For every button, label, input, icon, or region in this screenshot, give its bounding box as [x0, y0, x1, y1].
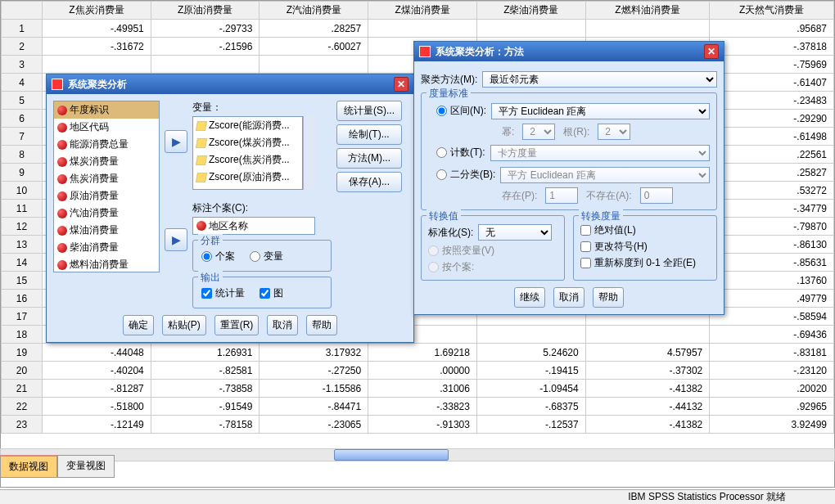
radio-counts[interactable]: 计数(T): — [436, 146, 485, 160]
cell[interactable]: -1.15586 — [260, 380, 368, 398]
help-button[interactable]: 帮助 — [593, 287, 624, 308]
cancel-button[interactable]: 取消 — [553, 287, 584, 308]
cell[interactable]: -.58594 — [710, 308, 834, 326]
cell[interactable]: -.37302 — [585, 362, 710, 380]
list-item[interactable]: Zscore(原油消费... — [193, 169, 302, 186]
cell[interactable]: -.12149 — [43, 416, 151, 434]
scrollbar[interactable] — [303, 116, 315, 190]
row-number[interactable]: 4 — [2, 74, 43, 92]
list-item[interactable]: Zscore(汽油消费... — [193, 186, 302, 190]
case-label-field[interactable]: 地区名称 — [192, 217, 315, 235]
row-number[interactable]: 18 — [2, 326, 43, 344]
cell[interactable]: -.23065 — [260, 416, 368, 434]
row-number[interactable]: 14 — [2, 254, 43, 272]
cell[interactable] — [476, 20, 585, 38]
row-number[interactable]: 13 — [2, 236, 43, 254]
cell[interactable]: -.44048 — [43, 344, 151, 362]
cell[interactable]: -.40204 — [43, 362, 151, 380]
cell[interactable] — [585, 20, 710, 38]
cell[interactable]: -.12537 — [476, 416, 585, 434]
row-number[interactable]: 1 — [2, 20, 43, 38]
table-row[interactable]: 1-.49951-.29733.28257.95687 — [2, 20, 834, 38]
cell[interactable]: .28257 — [260, 20, 368, 38]
list-item[interactable]: 煤油消费量 — [54, 222, 159, 239]
cell[interactable]: .95687 — [710, 20, 834, 38]
cell[interactable]: .20020 — [710, 380, 834, 398]
row-number[interactable]: 20 — [2, 362, 43, 380]
cell[interactable]: -.81287 — [43, 380, 151, 398]
cell[interactable]: -.85631 — [710, 254, 834, 272]
column-header[interactable]: Z燃料油消费量 — [585, 2, 710, 20]
reset-button[interactable]: 重置(R) — [214, 315, 260, 335]
row-number[interactable]: 19 — [2, 344, 43, 362]
cell[interactable]: -.23483 — [710, 92, 834, 110]
cell[interactable]: 4.57957 — [585, 344, 710, 362]
table-row[interactable]: 21-.81287-.73858-1.15586.31006-1.09454-.… — [2, 380, 834, 398]
cell[interactable]: 1.26931 — [151, 344, 260, 362]
statistics-button[interactable]: 统计量(S)... — [336, 101, 402, 121]
row-number[interactable]: 7 — [2, 128, 43, 146]
cell[interactable]: -.78158 — [151, 416, 260, 434]
list-item[interactable]: 焦炭消费量 — [54, 170, 159, 187]
table-row[interactable]: 19-.440481.269313.179321.692185.246204.5… — [2, 344, 834, 362]
cell[interactable]: -.73858 — [151, 380, 260, 398]
list-item[interactable]: 柴油消费量 — [54, 239, 159, 256]
cell[interactable]: -.68375 — [476, 398, 585, 416]
row-number[interactable]: 22 — [2, 398, 43, 416]
list-item[interactable]: 能源消费总量 — [54, 136, 159, 153]
cell[interactable]: -.29290 — [710, 110, 834, 128]
cell[interactable] — [585, 326, 710, 344]
column-header[interactable]: Z天然气消费量 — [710, 2, 834, 20]
target-var-list[interactable]: Zscore(能源消费...Zscore(煤炭消费...Zscore(焦炭消费.… — [192, 116, 303, 190]
list-item[interactable]: Zscore(焦炭消费... — [193, 151, 302, 169]
cell[interactable]: -.34779 — [710, 200, 834, 218]
ok-button[interactable]: 确定 — [123, 315, 154, 335]
cell[interactable]: -.41382 — [585, 380, 710, 398]
method-button[interactable]: 方法(M)... — [336, 148, 402, 169]
list-item[interactable]: 年度标识 — [54, 101, 159, 119]
move-right-button[interactable]: ▶ — [165, 130, 187, 153]
cell[interactable]: .31006 — [368, 380, 477, 398]
move-case-button[interactable]: ▶ — [165, 228, 187, 251]
radio-binary[interactable]: 二分类(B): — [436, 168, 495, 182]
horizontal-scrollbar[interactable] — [0, 448, 835, 461]
cell[interactable]: .00000 — [368, 362, 477, 380]
cell[interactable]: 1.69218 — [368, 344, 477, 362]
cell[interactable] — [43, 56, 151, 74]
cell[interactable]: .53272 — [710, 182, 834, 200]
row-number[interactable]: 23 — [2, 416, 43, 434]
list-item[interactable]: 煤炭消费量 — [54, 153, 159, 170]
cancel-button[interactable]: 取消 — [267, 315, 298, 335]
cell[interactable]: -.31672 — [43, 38, 151, 56]
cell[interactable]: .13760 — [710, 272, 834, 290]
cell[interactable]: -.51800 — [43, 398, 151, 416]
continue-button[interactable]: 继续 — [514, 287, 545, 308]
row-number[interactable]: 9 — [2, 164, 43, 182]
list-item[interactable]: 地区代码 — [54, 119, 159, 136]
cell[interactable]: .25827 — [710, 164, 834, 182]
dialog2-titlebar[interactable]: 系统聚类分析：方法 ✕ — [414, 42, 724, 61]
cell[interactable]: -.75969 — [710, 56, 834, 74]
cell[interactable]: 3.92499 — [710, 416, 834, 434]
table-row[interactable]: 22-.51800-.91549-.84471-.33823-.68375-.4… — [2, 398, 834, 416]
row-number[interactable]: 8 — [2, 146, 43, 164]
list-item[interactable]: 燃料油消费量 — [54, 256, 159, 272]
column-header[interactable]: Z煤油消费量 — [368, 2, 477, 20]
scrollbar-thumb[interactable] — [334, 449, 449, 461]
row-number[interactable]: 2 — [2, 38, 43, 56]
cell[interactable]: -.27250 — [260, 362, 368, 380]
check-rescale[interactable]: 重新标度到 0-1 全距(E) — [580, 256, 710, 270]
cell[interactable]: -.61407 — [710, 74, 834, 92]
source-var-list[interactable]: 年度标识地区代码能源消费总量煤炭消费量焦炭消费量原油消费量汽油消费量煤油消费量柴… — [53, 101, 160, 272]
interval-select[interactable]: 平方 Euclidean 距离 — [491, 103, 710, 119]
tab-data-view[interactable]: 数据视图 — [0, 455, 57, 478]
list-item[interactable]: Zscore(能源消费... — [193, 117, 302, 134]
cell[interactable] — [260, 56, 368, 74]
cell[interactable]: -.23120 — [710, 362, 834, 380]
row-number[interactable]: 16 — [2, 290, 43, 308]
cell[interactable]: -.37818 — [710, 38, 834, 56]
cell[interactable]: -.69436 — [710, 326, 834, 344]
check-sign[interactable]: 更改符号(H) — [580, 240, 710, 254]
row-number[interactable]: 11 — [2, 200, 43, 218]
row-number[interactable]: 10 — [2, 182, 43, 200]
